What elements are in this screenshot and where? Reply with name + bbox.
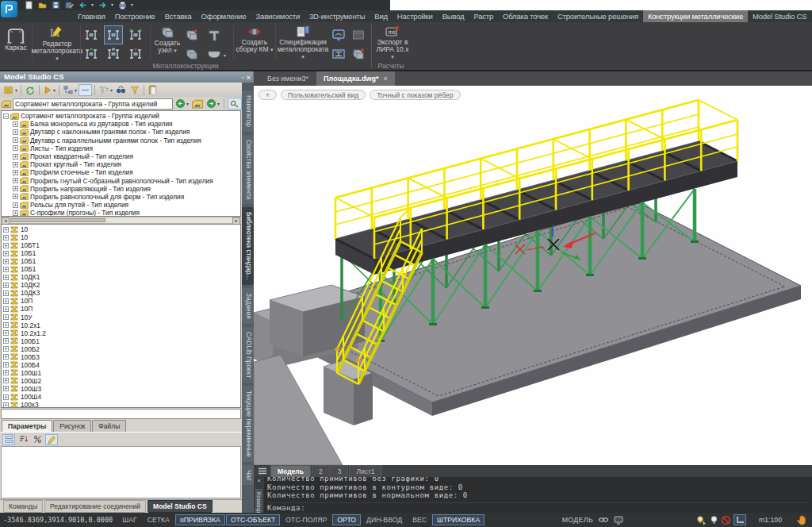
profile-row[interactable]: 10 <box>2 225 240 233</box>
paste-icon[interactable] <box>147 84 159 96</box>
tree-item-row[interactable]: Прокат круглый - Тип изделия <box>11 160 240 168</box>
expand-icon[interactable] <box>13 145 18 151</box>
expand-icon[interactable] <box>13 162 18 167</box>
annotation-scale[interactable]: m1:100 <box>759 516 782 524</box>
status-toggle[interactable]: ОРТО <box>332 514 361 525</box>
expand-icon[interactable] <box>3 259 9 264</box>
document-tab[interactable]: Без имени3* <box>260 71 316 86</box>
ribbon-tab[interactable]: Конструкции металлические <box>643 10 748 22</box>
ribbon-tab[interactable]: Зависимости <box>251 10 304 22</box>
expand-icon[interactable] <box>13 170 18 175</box>
command-prompt[interactable]: Команда: <box>267 502 809 512</box>
beam-join-3-icon[interactable] <box>127 26 144 44</box>
model-space-label[interactable]: МОДЕЛЬ <box>562 516 593 524</box>
undo-dropdown-icon[interactable]: ▾ <box>91 1 94 10</box>
layout-tab[interactable]: Лист1 <box>349 465 381 477</box>
side-tab[interactable]: Навигатор <box>242 90 254 132</box>
status-toggle[interactable]: ШАГ <box>117 514 141 525</box>
ribbon-tab[interactable]: Вид <box>370 10 393 22</box>
side-tab[interactable]: CADLib Проект <box>242 327 254 383</box>
palette-tab[interactable]: Файлы <box>92 420 126 432</box>
tree-root-row[interactable]: Сортамент металлопроката - Группа издели… <box>2 112 240 120</box>
node-check-icon[interactable] <box>350 45 367 63</box>
profile-row[interactable]: 10ДК2 <box>2 281 240 289</box>
tee-plate-icon[interactable] <box>205 26 223 44</box>
expand-icon[interactable] <box>3 306 9 312</box>
bulb-icon[interactable] <box>710 515 718 525</box>
expand-icon[interactable] <box>3 394 9 400</box>
status-toggle[interactable]: ОТС-ПОЛЯР <box>281 514 331 525</box>
ribbon-tab[interactable]: Вывод <box>438 10 469 22</box>
ribbon-tab[interactable]: Настройки <box>393 10 438 22</box>
expand-icon[interactable] <box>3 251 9 256</box>
expand-icon[interactable] <box>13 186 18 191</box>
expand-icon[interactable] <box>3 290 9 296</box>
tree-item-row[interactable]: Профили стоечные - Тип изделия <box>11 168 240 176</box>
ribbon-tab[interactable]: Строительные решения <box>553 10 643 22</box>
expand-icon[interactable] <box>13 178 18 183</box>
dock-tab[interactable]: Команды <box>3 500 43 513</box>
save-as-icon[interactable] <box>64 1 74 10</box>
open-file-icon[interactable] <box>37 1 47 10</box>
expand-icon[interactable] <box>3 243 9 248</box>
profile-row[interactable]: 10Б1 <box>2 257 240 265</box>
profile-row[interactable]: 10.2x1.2 <box>2 329 240 337</box>
metal-spec-button[interactable]: Спецификация металлопроката ▾ <box>278 25 328 62</box>
profile-row[interactable]: 10.2x1 <box>2 321 240 329</box>
tree-item-row[interactable]: Профиль гнутый С-образный равнополочный … <box>11 177 240 185</box>
go-fwd-orb-icon[interactable]: ▾ <box>205 98 220 110</box>
ribbon-tab[interactable]: Оформление <box>197 10 251 22</box>
expand-icon[interactable] <box>3 267 9 272</box>
shoe-dropdown-icon[interactable]: ▾ <box>224 52 226 58</box>
profile-row[interactable]: 100Б4 <box>2 361 240 369</box>
profiles-list[interactable]: 10 10 10БТ1 10Б1 <box>1 224 241 408</box>
profile-row[interactable]: 10П <box>2 305 240 313</box>
expand-icon[interactable] <box>13 210 18 216</box>
profile-row[interactable]: 100Ш2 <box>2 377 240 385</box>
layout-tab[interactable]: 3 <box>331 465 349 477</box>
ribbon-tab[interactable]: 3D-инструменты <box>304 10 370 22</box>
console-history[interactable]: Количество примитивов без графики: 0 Кол… <box>264 477 812 513</box>
new-file-icon[interactable] <box>24 1 33 10</box>
3d-viewport[interactable] <box>254 86 812 465</box>
profile-row[interactable]: 10Б1 <box>2 249 240 257</box>
find-icon[interactable] <box>114 84 128 96</box>
document-tab[interactable]: Площадка.dwg* <box>316 71 395 86</box>
node-variant-2-icon[interactable] <box>183 45 201 63</box>
redo-icon[interactable] <box>98 1 107 10</box>
export-lira-button[interactable]: ms Экспорт в ЛИРА 10.x ▾ <box>374 25 411 62</box>
dock-tab[interactable]: Редактирование соединений <box>44 500 146 513</box>
ribbon-tab[interactable]: Главная <box>73 10 110 22</box>
base-shoe-icon[interactable] <box>205 45 223 63</box>
app-logo-icon[interactable] <box>1 1 17 17</box>
profile-row[interactable]: 100Б3 <box>2 353 240 361</box>
expand-icon[interactable] <box>13 202 18 208</box>
side-tab[interactable]: Задания <box>242 288 254 324</box>
collapse-icon[interactable] <box>3 113 9 119</box>
profile-row[interactable]: 100Ш3 <box>2 385 240 393</box>
status-toggle[interactable]: ШТРИХОВКА <box>432 514 485 525</box>
tree-hscrollbar[interactable]: ◂▸ <box>1 217 241 224</box>
palette-tab[interactable]: Параметры <box>2 420 52 432</box>
ribbon-tab[interactable]: Построение <box>110 10 160 22</box>
export-db-icon[interactable]: ▾ <box>2 84 18 96</box>
side-tab[interactable]: Библиотека стандар... <box>242 207 254 284</box>
profile-row[interactable]: 100Б2 <box>2 345 240 353</box>
ribbon-tab[interactable]: Model Studio CS <box>748 10 811 22</box>
profile-row[interactable]: 10П <box>2 297 240 305</box>
beam-join-1-icon[interactable] <box>82 26 100 44</box>
tree-item-row[interactable]: Двутавр с параллельными гранями полок - … <box>11 137 240 144</box>
expand-icon[interactable] <box>13 129 18 135</box>
expand-icon[interactable] <box>3 370 9 375</box>
status-toggle[interactable]: оПРИВЯЗКА <box>175 514 225 525</box>
tree-item-row[interactable]: Двутавр с наклонными гранями полок - Тип… <box>11 128 240 136</box>
bulb-cursor-icon[interactable] <box>696 515 707 525</box>
refresh-icon[interactable] <box>24 84 36 96</box>
ucs-icon-toggle[interactable] <box>733 514 746 525</box>
ribbon-tab[interactable]: Вставка <box>160 10 197 22</box>
status-toggle[interactable]: ДИН-ВВОД <box>362 514 407 525</box>
expand-icon[interactable] <box>3 402 9 408</box>
profile-row[interactable]: 10БТ1 <box>2 241 240 249</box>
expand-icon[interactable] <box>3 227 9 233</box>
node-variant-1-icon[interactable] <box>183 26 201 44</box>
